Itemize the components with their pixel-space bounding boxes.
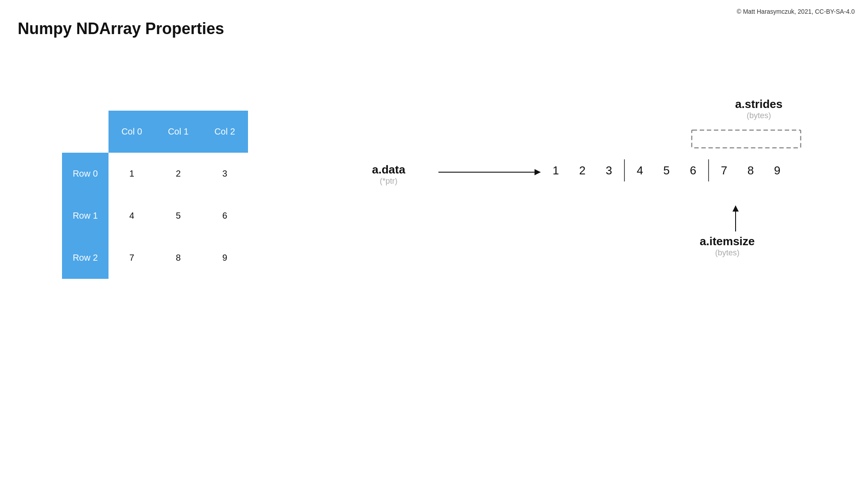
data-label: a.data bbox=[372, 163, 405, 177]
row-header-2: Row 2 bbox=[62, 237, 108, 279]
cell-2-0: 7 bbox=[108, 237, 155, 279]
page-title: Numpy NDArray Properties bbox=[18, 19, 224, 38]
col-header-1: Col 1 bbox=[155, 111, 202, 153]
itemsize-arrow bbox=[735, 206, 736, 231]
matrix-table: Col 0 Col 1 Col 2 Row 0 1 2 3 Row 1 4 5 … bbox=[62, 111, 248, 279]
itemsize-sub: (bytes) bbox=[700, 248, 755, 258]
cell-1-1: 5 bbox=[155, 195, 202, 237]
col-header-2: Col 2 bbox=[202, 111, 248, 153]
strides-sub: (bytes) bbox=[735, 111, 783, 120]
copyright-text: © Matt Harasymczuk, 2021, CC-BY-SA-4.0 bbox=[736, 8, 855, 15]
mem-val-3: 3 bbox=[596, 164, 622, 177]
mem-val-6: 6 bbox=[680, 164, 706, 177]
svg-rect-0 bbox=[692, 130, 801, 148]
matrix-diagram: Col 0 Col 1 Col 2 Row 0 1 2 3 Row 1 4 5 … bbox=[62, 111, 248, 279]
separator-2 bbox=[708, 159, 709, 181]
separator-1 bbox=[624, 159, 625, 181]
strides-annotation: a.strides (bytes) bbox=[735, 97, 783, 120]
data-annotation: a.data (*ptr) bbox=[372, 163, 405, 186]
row-header-0: Row 0 bbox=[62, 153, 108, 195]
mem-val-8: 8 bbox=[737, 164, 764, 177]
mem-val-1: 1 bbox=[542, 164, 569, 177]
cell-1-2: 6 bbox=[202, 195, 248, 237]
itemsize-annotation: a.itemsize (bytes) bbox=[700, 235, 755, 258]
itemsize-label: a.itemsize bbox=[700, 235, 755, 248]
mem-val-4: 4 bbox=[627, 164, 653, 177]
mem-val-9: 9 bbox=[764, 164, 790, 177]
data-sub: (*ptr) bbox=[372, 177, 405, 186]
col-header-0: Col 0 bbox=[108, 111, 155, 153]
cell-0-1: 2 bbox=[155, 153, 202, 195]
mem-val-7: 7 bbox=[711, 164, 737, 177]
mem-val-5: 5 bbox=[653, 164, 680, 177]
cell-2-2: 9 bbox=[202, 237, 248, 279]
cell-2-1: 8 bbox=[155, 237, 202, 279]
row-header-1: Row 1 bbox=[62, 195, 108, 237]
cell-1-0: 4 bbox=[108, 195, 155, 237]
cell-0-0: 1 bbox=[108, 153, 155, 195]
mem-val-2: 2 bbox=[569, 164, 596, 177]
strides-bracket bbox=[691, 129, 802, 149]
strides-label: a.strides bbox=[735, 97, 783, 111]
data-arrow bbox=[438, 172, 540, 173]
memory-cells: 1 2 3 4 5 6 7 8 9 bbox=[542, 159, 790, 181]
cell-0-2: 3 bbox=[202, 153, 248, 195]
corner-cell bbox=[62, 111, 108, 153]
